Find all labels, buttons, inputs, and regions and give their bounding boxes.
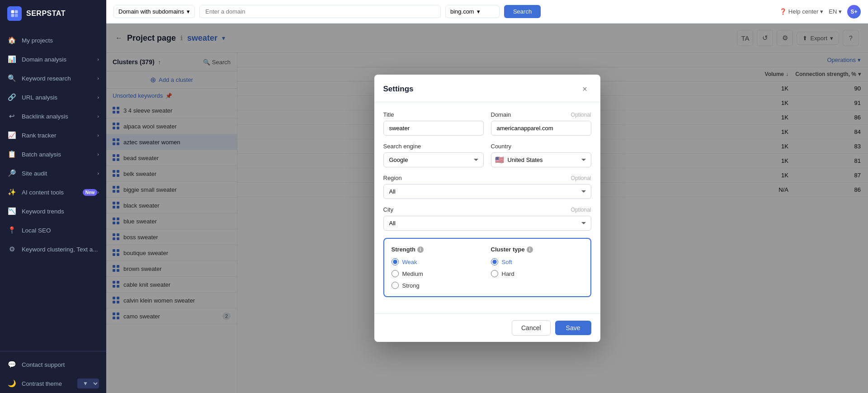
engine-select[interactable]: bing.com ▾ — [445, 5, 500, 18]
strength-strong-label: Strong — [402, 282, 420, 289]
help-icon: ❓ — [779, 8, 787, 15]
strength-medium-radio[interactable] — [392, 270, 399, 277]
sidebar-item-rank-tracker[interactable]: 📈 Rank tracker › — [0, 126, 106, 145]
modal-row-title-domain: Title Domain Optional — [383, 111, 591, 136]
country-group: Country 🇺🇸 United States — [491, 143, 591, 167]
cluster-type-section: Cluster type i Soft — [491, 246, 583, 289]
sidebar-item-batch-analysis[interactable]: 📋 Batch analysis › — [0, 145, 106, 164]
chart-icon: 📊 — [7, 55, 16, 64]
cluster-hard-option[interactable]: Hard — [491, 270, 583, 277]
home-icon: 🏠 — [7, 36, 16, 45]
sidebar-bottom: 💬 Contact support 🌙 Contrast theme ▼ — [0, 351, 106, 393]
sidebar-item-backlink-analysis[interactable]: ↩ Backlink analysis › — [0, 107, 106, 126]
search-button[interactable]: Search — [504, 5, 541, 18]
sidebar-item-label: Site audit — [22, 170, 97, 177]
modal-title: Settings — [383, 85, 579, 94]
modal-row-city: City Optional All — [383, 206, 591, 231]
cluster-type-radio-group: Soft Hard — [491, 258, 583, 277]
svg-rect-0 — [11, 10, 14, 14]
cluster-type-info-icon[interactable]: i — [527, 246, 533, 253]
strength-weak-label: Weak — [402, 259, 417, 265]
chevron-down-icon: ▾ — [477, 8, 480, 15]
cluster-hard-radio[interactable] — [491, 270, 498, 277]
sidebar-item-label: Keyword research — [22, 75, 97, 82]
strength-weak-radio[interactable] — [392, 258, 399, 265]
sidebar-item-label: Contact support — [22, 361, 99, 368]
region-optional-label: Optional — [571, 175, 591, 181]
sidebar-item-label: My projects — [22, 37, 99, 44]
strength-cluster-box: Strength i Weak — [383, 238, 591, 297]
contrast-theme-label: Contrast theme — [22, 380, 77, 387]
strength-info-icon[interactable]: i — [417, 246, 424, 253]
help-center-label: Help center — [788, 8, 818, 15]
strength-weak-option[interactable]: Weak — [392, 258, 484, 265]
city-group: City Optional All — [383, 206, 591, 231]
domain-input[interactable] — [199, 5, 441, 18]
sidebar: SERPSTAT 🏠 My projects 📊 Domain analysis… — [0, 0, 106, 393]
new-badge: New — [83, 189, 98, 196]
modal-overlay[interactable]: Settings × Title Do — [106, 24, 868, 393]
city-optional-label: Optional — [571, 207, 591, 213]
sidebar-item-local-seo[interactable]: 📍 Local SEO — [0, 221, 106, 240]
chevron-right-icon: › — [97, 57, 99, 62]
engine-label: bing.com — [450, 8, 474, 15]
sidebar-item-contact-support[interactable]: 💬 Contact support — [0, 355, 106, 374]
title-field-group: Title — [383, 111, 484, 136]
domain-type-select[interactable]: Domain with subdomains ▾ — [113, 5, 195, 18]
settings-modal: Settings × Title Do — [374, 75, 600, 342]
domain-type-label: Domain with subdomains — [118, 8, 184, 15]
trends-icon: 📉 — [7, 207, 16, 216]
sidebar-item-domain-analysis[interactable]: 📊 Domain analysis › — [0, 50, 106, 69]
strength-medium-option[interactable]: Medium — [392, 270, 484, 277]
help-center-link[interactable]: ❓ Help center ▾ — [779, 8, 823, 15]
sidebar-item-label: Keyword clustering, Text a... — [22, 246, 99, 253]
cancel-button[interactable]: Cancel — [512, 320, 551, 336]
theme-icon: 🌙 — [7, 379, 16, 388]
domain-input[interactable] — [491, 121, 591, 136]
page-area: ← Project page ℹ sweater ▾ TA ↺ ⚙ ⬆ Expo… — [106, 24, 868, 393]
sidebar-item-my-projects[interactable]: 🏠 My projects — [0, 31, 106, 50]
sidebar-item-url-analysis[interactable]: 🔗 URL analysis › — [0, 88, 106, 107]
strength-medium-label: Medium — [402, 270, 423, 277]
save-button[interactable]: Save — [555, 321, 591, 335]
sidebar-logo[interactable]: SERPSTAT — [0, 0, 106, 27]
sidebar-item-label: Backlink analysis — [22, 113, 97, 120]
sidebar-item-keyword-clustering[interactable]: ⚙ Keyword clustering, Text a... — [0, 240, 106, 259]
ai-icon: ✨ — [7, 188, 16, 197]
country-select[interactable]: United States — [508, 153, 591, 167]
region-select[interactable]: All — [383, 184, 591, 199]
country-label: Country — [491, 143, 591, 150]
cluster-soft-radio[interactable] — [491, 258, 498, 265]
strength-cluster-row: Strength i Weak — [392, 246, 583, 289]
region-group: Region Optional All — [383, 175, 591, 199]
modal-row-region: Region Optional All — [383, 175, 591, 199]
chevron-right-icon: › — [97, 152, 99, 157]
contrast-theme-select[interactable]: ▼ — [77, 379, 99, 388]
region-label: Region Optional — [383, 175, 591, 181]
user-avatar[interactable]: S+ — [847, 5, 861, 19]
strength-section-title: Strength i — [392, 246, 484, 253]
svg-rect-2 — [11, 14, 14, 17]
domain-field-group: Domain Optional — [491, 111, 591, 136]
chevron-down-icon: ▾ — [820, 8, 823, 15]
backlink-icon: ↩ — [7, 112, 16, 121]
city-label: City Optional — [383, 206, 591, 213]
country-flag: 🇺🇸 — [491, 156, 508, 164]
city-select[interactable]: All — [383, 216, 591, 231]
cluster-soft-option[interactable]: Soft — [491, 258, 583, 265]
strength-strong-option[interactable]: Strong — [392, 282, 484, 289]
search-engine-select[interactable]: Google — [383, 152, 484, 167]
language-selector[interactable]: EN ▾ — [829, 8, 842, 15]
batch-icon: 📋 — [7, 150, 16, 159]
strength-strong-radio[interactable] — [392, 282, 399, 289]
sidebar-item-label: Rank tracker — [22, 132, 97, 139]
modal-close-button[interactable]: × — [579, 83, 591, 95]
sidebar-item-keyword-trends[interactable]: 📉 Keyword trends — [0, 202, 106, 221]
sidebar-item-ai-content-tools[interactable]: ✨ AI content tools New › — [0, 183, 106, 202]
strength-radio-group: Weak Medium Strong — [392, 258, 484, 289]
title-input[interactable] — [383, 121, 484, 136]
sidebar-item-keyword-research[interactable]: 🔍 Keyword research › — [0, 69, 106, 88]
sidebar-item-site-audit[interactable]: 🔎 Site audit › — [0, 164, 106, 183]
chevron-right-icon: › — [97, 133, 99, 138]
chevron-down-icon: ▾ — [839, 8, 842, 15]
